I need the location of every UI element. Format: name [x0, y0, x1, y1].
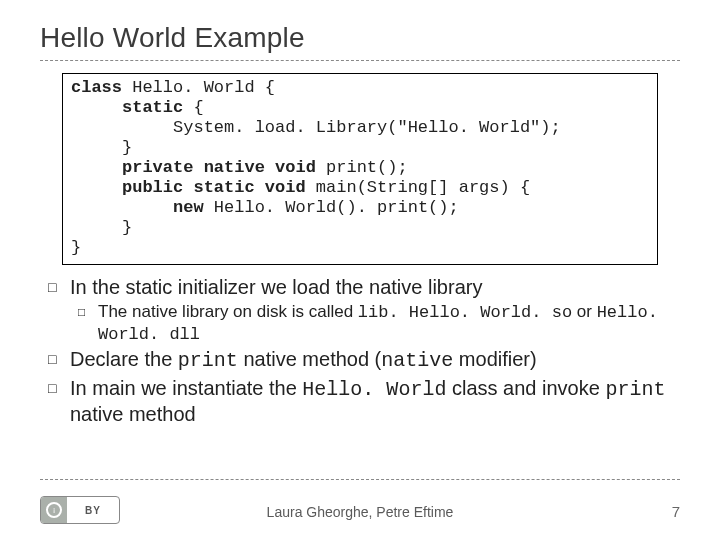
inline-code: print	[605, 378, 665, 401]
inline-code: lib. Hello. World. so	[358, 303, 572, 322]
code-block: class Hello. World { static { System. lo…	[62, 73, 658, 265]
inline-code: Hello. World	[302, 378, 446, 401]
code-text: System. load. Library("Hello. World");	[173, 118, 561, 137]
bullet-text: Declare the print native method (native …	[70, 347, 672, 373]
list-item: □ In main we instantiate the Hello. Worl…	[48, 376, 672, 427]
title-divider	[40, 60, 680, 61]
code-kw: new	[173, 198, 204, 217]
text: In main we instantiate the	[70, 377, 302, 399]
footer-authors: Laura Gheorghe, Petre Eftime	[0, 504, 720, 520]
text: or	[572, 302, 597, 321]
code-text: }	[122, 138, 132, 157]
bullet-list: □ In the static initializer we load the …	[48, 275, 672, 426]
list-item: □ Declare the print native method (nativ…	[48, 347, 672, 373]
footer-divider	[40, 479, 680, 480]
bullet-square-icon: □	[48, 347, 70, 373]
code-kw: class	[71, 78, 122, 97]
slide: Hello World Example class Hello. World {…	[0, 0, 720, 540]
list-item: □ In the static initializer we load the …	[48, 275, 672, 299]
code-kw: static	[122, 98, 183, 117]
inline-code: print	[178, 349, 238, 372]
bullet-square-icon: □	[48, 275, 70, 299]
text: Declare the	[70, 348, 178, 370]
text: The native library on disk is called	[98, 302, 358, 321]
code-text: print();	[316, 158, 408, 177]
code-text: {	[183, 98, 203, 117]
page-number: 7	[672, 503, 680, 520]
code-text: main(String[] args) {	[306, 178, 530, 197]
text: modifier)	[453, 348, 536, 370]
bullet-text: In the static initializer we load the na…	[70, 275, 672, 299]
text: native method	[70, 403, 196, 425]
code-text: }	[122, 218, 132, 237]
bullet-text: The native library on disk is called lib…	[98, 302, 672, 345]
text: class and invoke	[446, 377, 605, 399]
footer: ¡ BY Laura Gheorghe, Petre Eftime 7	[0, 494, 720, 524]
bullet-text: In main we instantiate the Hello. World …	[70, 376, 672, 427]
code-kw: private native void	[122, 158, 316, 177]
slide-title: Hello World Example	[40, 22, 680, 54]
text: native method (	[238, 348, 381, 370]
code-text: }	[71, 238, 81, 257]
bullet-square-icon: □	[48, 376, 70, 427]
inline-code: native	[381, 349, 453, 372]
code-text: Hello. World {	[122, 78, 275, 97]
list-item: □ The native library on disk is called l…	[78, 302, 672, 345]
code-text: Hello. World(). print();	[204, 198, 459, 217]
code-kw: public static void	[122, 178, 306, 197]
bullet-square-icon: □	[78, 302, 98, 345]
